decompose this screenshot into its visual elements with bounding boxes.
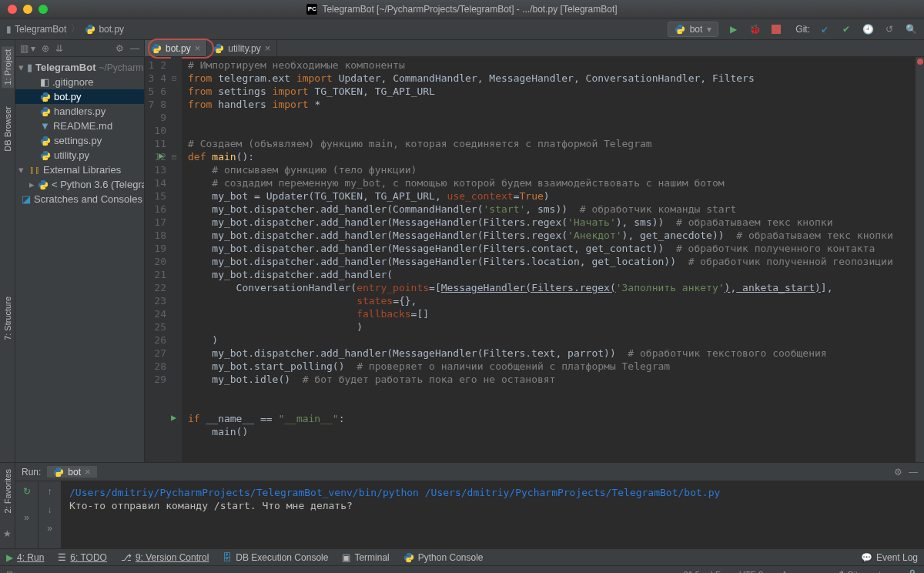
markdown-icon: ▼ <box>40 120 50 132</box>
python-icon <box>85 24 95 35</box>
gear-icon[interactable]: ⚙ <box>116 43 124 54</box>
star-icon: ★ <box>3 528 12 539</box>
git-label: Git: <box>795 24 810 35</box>
left-tool-strip: 1: Project DB Browser 7: Structure <box>0 40 15 462</box>
close-window[interactable] <box>8 5 17 14</box>
run-tab[interactable]: bot× <box>47 466 96 478</box>
console-line: Кто-то отправил команду /start. Что мне … <box>69 499 916 512</box>
chevron-down-icon: ▾ <box>707 24 711 35</box>
up-icon[interactable]: ↑ <box>48 486 52 497</box>
tree-file[interactable]: ▼ README.md <box>15 119 144 133</box>
zoom-window[interactable] <box>38 5 48 14</box>
stop-button[interactable] <box>769 22 783 36</box>
window-title: PC TelegramBot [~/PycharmProjects/Telegr… <box>306 4 617 15</box>
database-icon: 🗄 <box>223 552 232 563</box>
python-console-tab[interactable]: Python Console <box>403 552 484 563</box>
line-ending[interactable]: LF ÷ <box>711 570 728 574</box>
editor-tab[interactable]: bot.py × <box>145 40 207 56</box>
close-icon[interactable]: × <box>265 42 271 54</box>
window-controls <box>8 5 48 14</box>
navbar: ▮ TelegramBot 〉 bot.py bot ▾ ▶ 🐞 Git: ↙ … <box>0 18 924 40</box>
project-toolbar: ▥ ▾ ⊕ ⇊ ⚙ — <box>15 40 144 57</box>
caret-position[interactable]: 31:5 <box>684 570 700 574</box>
terminal-tool-tab[interactable]: ▣Terminal <box>342 552 389 563</box>
tree-file[interactable]: bot.py <box>15 89 144 104</box>
vcs-tool-tab[interactable]: ⎇9: Version Control <box>121 552 209 563</box>
console-path: /Users/dmitriy/PycharmProjects/TelegramB… <box>69 486 916 499</box>
project-view-icon[interactable]: ▥ ▾ <box>20 43 35 54</box>
chevron-right-icon: 〉 <box>71 22 80 35</box>
run-toolbar2: ↑ ↓ » <box>38 481 62 548</box>
code-editor[interactable]: # Импортируем необходимые компоненты fro… <box>182 57 915 462</box>
error-marker[interactable] <box>917 59 923 65</box>
python-icon <box>53 467 64 478</box>
run-button[interactable]: ▶ <box>726 22 740 36</box>
project-tab[interactable]: 1: Project <box>2 46 14 88</box>
python-icon <box>40 150 51 161</box>
tree-file[interactable]: handlers.py <box>15 104 144 119</box>
breadcrumb-project[interactable]: TelegramBot <box>15 24 66 35</box>
hide-icon[interactable]: — <box>130 43 139 54</box>
collapse-icon[interactable]: ⇊ <box>55 43 63 54</box>
pycharm-icon: PC <box>306 4 317 15</box>
breadcrumb[interactable]: ▮ TelegramBot 〉 bot.py <box>6 22 124 35</box>
event-log-tab[interactable]: 💬Event Log <box>861 552 918 563</box>
run-config-selector[interactable]: bot ▾ <box>668 22 719 37</box>
gutter-icons[interactable]: ⊟⊟▶▶ <box>171 57 182 462</box>
search-everywhere-button[interactable]: 🔍 <box>904 22 918 36</box>
python-icon <box>38 179 49 190</box>
branch-icon: ⎇ <box>121 552 132 563</box>
error-stripe[interactable] <box>915 57 924 462</box>
down-icon[interactable]: ↓ <box>48 504 52 515</box>
more-icon[interactable]: » <box>24 512 29 523</box>
python-icon <box>40 106 51 117</box>
vcs-commit-button[interactable]: ✔ <box>839 22 853 36</box>
python-icon <box>675 24 685 35</box>
breadcrumb-file[interactable]: bot.py <box>99 24 124 35</box>
console-output[interactable]: /Users/dmitriy/PycharmProjects/TelegramB… <box>62 481 924 548</box>
library-icon: ⫿⫿ <box>29 164 40 176</box>
tree-python-sdk[interactable]: ▸ < Python 3.6 (TelegramBot) <box>15 177 144 192</box>
tree-file[interactable]: utility.py <box>15 148 144 163</box>
favorites-tab[interactable]: 2: Favorites <box>3 469 12 513</box>
tree-root[interactable]: ▾▮ TelegramBot ~/PycharmProjects/Telegra… <box>15 60 144 75</box>
vcs-revert-button[interactable]: ↺ <box>882 22 896 36</box>
target-icon[interactable]: ⊕ <box>42 43 49 54</box>
python-icon <box>213 43 224 54</box>
tree-scratches[interactable]: ◪ Scratches and Consoles <box>15 192 144 206</box>
todo-tool-tab[interactable]: ☰6: TODO <box>58 552 107 563</box>
scratches-icon: ◪ <box>22 193 31 205</box>
tree-external-libs[interactable]: ▾⫿⫿ External Libraries <box>15 163 144 177</box>
close-icon[interactable]: × <box>85 466 91 478</box>
titlebar: PC TelegramBot [~/PycharmProjects/Telegr… <box>0 0 924 18</box>
encoding[interactable]: UTF-8 ÷ <box>739 570 771 574</box>
indent[interactable]: 4 spaces ÷ <box>782 570 823 574</box>
db-tool-tab[interactable]: 🗄DB Execution Console <box>223 552 328 563</box>
vcs-history-button[interactable]: 🕘 <box>861 22 875 36</box>
minimize-window[interactable] <box>23 5 32 14</box>
git-branch[interactable]: ⎇ Git: master ÷ <box>834 569 896 573</box>
vcs-update-button[interactable]: ↙ <box>818 22 832 36</box>
run-title: Run: <box>22 467 41 478</box>
structure-tab[interactable]: 7: Structure <box>2 293 14 343</box>
tree-file[interactable]: settings.py <box>15 133 144 148</box>
python-icon <box>151 43 162 54</box>
debug-button[interactable]: 🐞 <box>748 22 762 36</box>
rerun-button[interactable]: ↻ <box>23 486 31 497</box>
db-browser-tab[interactable]: DB Browser <box>2 103 14 155</box>
eventlog-icon: 💬 <box>861 552 872 563</box>
line-gutter[interactable]: 1 2 3 4 5 6 7 8 9 10 11 12 13 14 15 16 1… <box>145 57 171 462</box>
tree-file[interactable]: ◧ .gitignore <box>15 75 144 89</box>
gitignore-icon: ◧ <box>40 76 49 88</box>
gear-icon[interactable]: ⚙ <box>894 467 902 478</box>
hide-icon[interactable]: — <box>909 467 918 478</box>
more-icon[interactable]: » <box>47 523 52 534</box>
python-icon <box>40 136 51 146</box>
close-icon[interactable]: × <box>195 42 201 54</box>
play-icon: ▶ <box>6 552 13 563</box>
status-bar: ◻ 31:5 LF ÷ UTF-8 ÷ 4 spaces ÷ ⎇ Git: ma… <box>0 565 924 573</box>
tool-toggle-icon[interactable]: ◻ <box>6 569 13 573</box>
editor-tab[interactable]: utility.py × <box>207 40 277 56</box>
run-tool-tab[interactable]: ▶4: Run <box>6 552 44 563</box>
lock-icon[interactable]: 🔒 <box>907 569 918 573</box>
